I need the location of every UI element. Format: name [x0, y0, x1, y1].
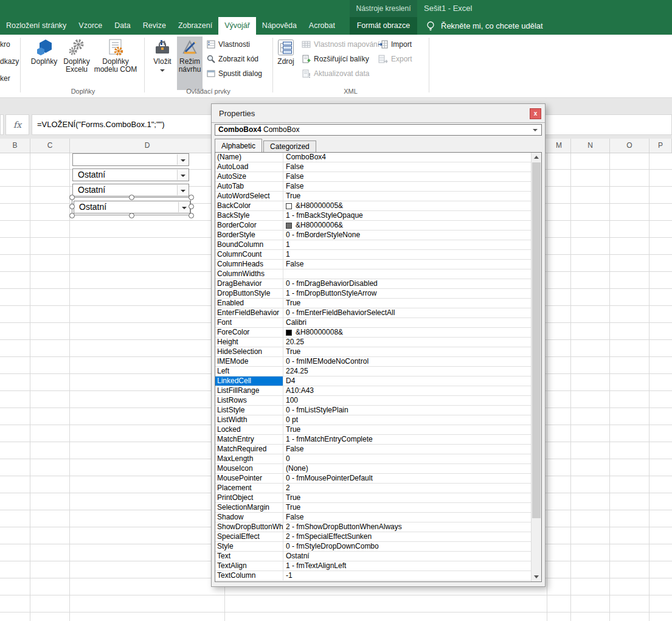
property-row[interactable]: Style0 - fmStyleDropDownCombo	[215, 542, 531, 552]
property-name[interactable]: BorderStyle	[215, 231, 283, 240]
sheet-combobox[interactable]	[72, 153, 189, 166]
property-value[interactable]: 0 - fmBorderStyleNone	[283, 231, 531, 240]
selection-handle[interactable]	[69, 195, 75, 200]
control-properties-button[interactable]: Vlastnosti	[207, 39, 250, 50]
property-value[interactable]: 2 - fmShowDropButtonWhenAlways	[283, 522, 531, 532]
property-value[interactable]: 0 - fmMousePointerDefault	[283, 474, 531, 483]
property-row[interactable]: ListFillRangeA10:A43	[215, 386, 531, 396]
property-name[interactable]: PrintObject	[215, 493, 283, 502]
property-name[interactable]: AutoWordSelect	[215, 192, 283, 201]
property-name[interactable]: ColumnWidths	[215, 269, 283, 279]
property-value[interactable]: D4	[283, 376, 531, 386]
property-name[interactable]: Left	[215, 367, 283, 376]
property-name[interactable]: ListRows	[215, 396, 283, 405]
com-addins-button[interactable]: Doplňky modelu COM	[92, 36, 139, 90]
property-name[interactable]: ShowDropButtonWhen	[215, 522, 283, 532]
property-name[interactable]: ColumnCount	[215, 250, 283, 259]
property-row[interactable]: ListRows100	[215, 396, 531, 406]
property-value[interactable]: 1 - fmBackStyleOpaque	[283, 211, 531, 220]
property-value[interactable]: True	[283, 503, 531, 512]
property-row[interactable]: AutoTabFalse	[215, 182, 531, 192]
property-row[interactable]: FontCalibri	[215, 318, 531, 328]
property-value[interactable]: 0 - fmDragBehaviorDisabled	[283, 279, 531, 288]
property-value[interactable]: 0 - fmEnterFieldBehaviorSelectAll	[283, 308, 531, 317]
column-header-D[interactable]: D	[70, 139, 225, 153]
property-value[interactable]: -1	[283, 571, 531, 580]
selection-handle[interactable]	[189, 213, 194, 218]
property-row[interactable]: ForeColor&H80000008&	[215, 328, 531, 338]
tell-me[interactable]: Řekněte mi, co chcete udělat	[426, 17, 543, 35]
property-value[interactable]: 0 pt	[283, 415, 531, 425]
property-name[interactable]: Height	[215, 338, 283, 347]
property-value[interactable]: False	[283, 513, 531, 522]
property-name[interactable]: SelectionMargin	[215, 503, 283, 512]
property-row[interactable]: ListStyle0 - fmListStylePlain	[215, 406, 531, 415]
property-name[interactable]: HideSelection	[215, 347, 283, 356]
property-value[interactable]: True	[283, 425, 531, 434]
property-value[interactable]: False	[283, 182, 531, 191]
property-row[interactable]: TextColumn-1	[215, 571, 531, 581]
clipped-label-maker[interactable]: ker	[0, 74, 10, 83]
property-name[interactable]: AutoSize	[215, 172, 283, 181]
property-row[interactable]: Placement2	[215, 484, 531, 493]
excel-addins-button[interactable]: Doplňky Excelu	[63, 36, 91, 90]
property-row[interactable]: PrintObjectTrue	[215, 493, 531, 503]
property-name[interactable]: SpecialEffect	[215, 532, 283, 541]
property-value[interactable]: 0 - fmStyleDropDownCombo	[283, 542, 531, 551]
refresh-data-button[interactable]: Aktualizovat data	[302, 68, 369, 79]
property-value[interactable]: 0	[283, 454, 531, 463]
property-name[interactable]: BackColor	[215, 201, 283, 210]
property-row[interactable]: BoundColumn1	[215, 240, 531, 250]
property-value[interactable]: True	[283, 192, 531, 201]
property-name[interactable]: BoundColumn	[215, 240, 283, 249]
property-name[interactable]: BorderColor	[215, 221, 283, 230]
property-name[interactable]: Locked	[215, 425, 283, 434]
design-mode-button[interactable]: Režim návrhu	[177, 36, 203, 90]
import-button[interactable]: Import	[378, 39, 412, 50]
property-value[interactable]: False	[283, 162, 531, 172]
property-name[interactable]: IMEMode	[215, 357, 283, 366]
scroll-down-button[interactable]	[532, 572, 541, 581]
column-header-B[interactable]: B	[0, 139, 30, 153]
property-name[interactable]: Enabled	[215, 299, 283, 308]
property-value[interactable]: ComboBox4	[283, 153, 531, 162]
xml-source-button[interactable]: Zdroj	[274, 36, 298, 90]
property-value[interactable]: 224.25	[283, 367, 531, 376]
property-name[interactable]: EnterFieldBehavior	[215, 308, 283, 317]
property-name[interactable]: MatchEntry	[215, 435, 283, 444]
name-box-stub[interactable]	[0, 114, 4, 135]
property-name[interactable]: AutoTab	[215, 182, 283, 191]
property-row[interactable]: ListWidth0 pt	[215, 415, 531, 425]
scrollbar[interactable]	[531, 153, 541, 581]
property-row[interactable]: AutoSizeFalse	[215, 172, 531, 182]
property-name[interactable]: MatchRequired	[215, 445, 283, 454]
combobox-dropdown-button[interactable]	[177, 154, 188, 165]
property-row[interactable]: LockedTrue	[215, 425, 531, 435]
property-row[interactable]: SelectionMarginTrue	[215, 503, 531, 513]
property-row[interactable]: IMEMode0 - fmIMEModeNoControl	[215, 357, 531, 367]
property-row[interactable]: SpecialEffect2 - fmSpecialEffectSunken	[215, 532, 531, 542]
selection-handle[interactable]	[69, 213, 75, 218]
property-value[interactable]: 1 - fmTextAlignLeft	[283, 561, 531, 571]
property-value[interactable]: 1	[283, 250, 531, 259]
property-row[interactable]: DropButtonStyle1 - fmDropButtonStyleArro…	[215, 289, 531, 299]
property-row[interactable]: EnabledTrue	[215, 299, 531, 308]
column-header-P[interactable]: P	[649, 139, 672, 153]
property-name[interactable]: DragBehavior	[215, 279, 283, 288]
property-value[interactable]: False	[283, 445, 531, 454]
property-row[interactable]: MatchEntry1 - fmMatchEntryComplete	[215, 435, 531, 445]
property-name[interactable]: MouseIcon	[215, 464, 283, 473]
property-name[interactable]: LinkedCell	[215, 376, 283, 386]
column-header-O[interactable]: O	[610, 139, 649, 153]
property-row[interactable]: BorderColor&H80000006&	[215, 221, 531, 231]
property-name[interactable]: TextAlign	[215, 561, 283, 571]
selection-handle[interactable]	[69, 204, 75, 209]
combobox-dropdown-button[interactable]	[177, 185, 188, 195]
selection-handle[interactable]	[129, 195, 134, 200]
expansion-packs-button[interactable]: Rozšiřující balíky	[302, 54, 369, 64]
property-name[interactable]: MousePointer	[215, 474, 283, 483]
property-name[interactable]: Text	[215, 552, 283, 561]
property-name[interactable]: BackStyle	[215, 211, 283, 220]
property-row[interactable]: MatchRequiredFalse	[215, 445, 531, 454]
column-header-N[interactable]: N	[571, 139, 610, 153]
